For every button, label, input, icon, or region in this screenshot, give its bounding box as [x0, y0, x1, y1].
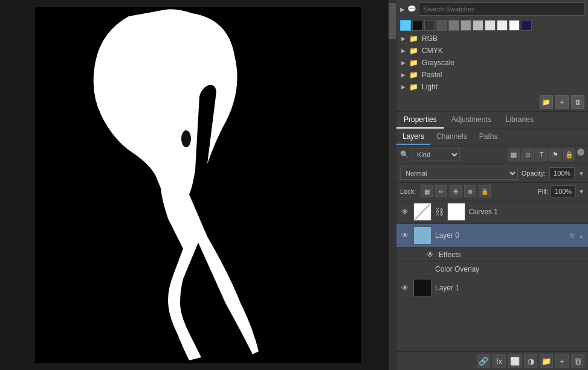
new-layer-btn[interactable]: + [555, 354, 569, 368]
layer-item-layer1[interactable]: 👁 Layer 1 [396, 276, 588, 300]
lock-position-btn[interactable]: ⊕ [464, 185, 476, 197]
layer-thumb-layer1 [413, 279, 431, 297]
folder-grayscale-icon: 📁 [409, 59, 418, 67]
swatches-panel: ▶ 💬 ▶ 📁 RGB ▶ 📁 CMYK [396, 0, 588, 112]
delete-layer-btn[interactable]: 🗑 [571, 354, 584, 368]
swatch-white1[interactable] [497, 20, 508, 31]
tab-libraries[interactable]: Libraries [499, 112, 541, 129]
folder-light-icon: 📁 [409, 83, 418, 91]
tab-channels[interactable]: Channels [430, 129, 473, 145]
add-mask-btn[interactable]: ⬜ [508, 354, 522, 368]
lock-paint-btn[interactable]: ✏ [435, 185, 447, 197]
folder-grayscale-label: Grayscale [422, 59, 454, 67]
comment-icon[interactable]: 💬 [407, 5, 416, 13]
right-panel: ▶ 💬 ▶ 📁 RGB ▶ 📁 CMYK [396, 0, 588, 370]
lock-transparent-btn[interactable]: ▦ [421, 185, 433, 197]
filter-icons: ▦ ⊙ T ⚑ 🔒 [508, 148, 584, 161]
swatch-white2[interactable] [509, 20, 520, 31]
tab-adjustments[interactable]: Adjustments [444, 112, 499, 129]
filter-adjust-icon[interactable]: ⊙ [522, 148, 534, 161]
swatches-toolbar: ▶ 💬 [396, 0, 588, 18]
swatch-dark2[interactable] [436, 20, 447, 31]
blend-opacity-row: Normal Opacity: ▼ [396, 164, 588, 183]
chevron-cmyk-icon: ▶ [401, 48, 405, 54]
filter-type-icon[interactable]: T [535, 148, 548, 161]
folder-group-grayscale[interactable]: ▶ 📁 Grayscale [396, 57, 588, 69]
folder-light-label: Light [422, 83, 438, 91]
filter-kind-select[interactable]: Kind [412, 148, 460, 161]
lock-artboard-btn[interactable]: ✙ [450, 185, 462, 197]
eye-icon-layer0[interactable]: 👁 [400, 231, 410, 240]
fill-label: Fill: [538, 188, 548, 195]
layer-item-layer0[interactable]: 👁 Layer 0 fx ▲ [396, 224, 588, 247]
add-style-btn[interactable]: fx [493, 354, 506, 368]
filter-shape-icon[interactable]: ⚑ [549, 148, 561, 161]
layer-name-layer0: Layer 0 [435, 231, 566, 240]
swatch-light3[interactable] [485, 20, 496, 31]
layer-list: 👁 ⛓ Curves 1 👁 Layer 0 fx ▲ [396, 200, 588, 351]
layer-thumb-curves1 [413, 203, 431, 221]
fill-chevron-icon[interactable]: ▼ [578, 188, 584, 195]
tab-properties[interactable]: Properties [396, 112, 444, 129]
delete-swatch-button[interactable]: 🗑 [571, 95, 584, 109]
canvas-scrollbar[interactable] [389, 0, 396, 370]
folder-pastel-icon: 📁 [409, 71, 418, 79]
properties-tabs: Properties Adjustments Libraries [396, 112, 588, 129]
layers-tabs: Layers Channels Paths [396, 129, 588, 145]
folder-group-cmyk[interactable]: ▶ 📁 CMYK [396, 45, 588, 57]
play-icon[interactable]: ▶ [400, 6, 405, 13]
folder-rgb-label: RGB [422, 34, 438, 43]
chain-icon-curves1: ⛓ [435, 207, 444, 217]
lock-fill-row: Lock: ▦ ✏ ✙ ⊕ 🔒 Fill: ▼ [396, 183, 588, 200]
opacity-label: Opacity: [522, 170, 546, 177]
canvas-scrollbar-thumb[interactable] [389, 3, 396, 39]
eye-icon-layer1[interactable]: 👁 [400, 283, 410, 293]
swatch-light2[interactable] [473, 20, 483, 31]
new-folder-button[interactable]: 📁 [540, 95, 553, 109]
layer-item-curves1[interactable]: 👁 ⛓ Curves 1 [396, 200, 588, 224]
fx-icon-layer0[interactable]: fx [570, 232, 575, 239]
fill-input[interactable] [551, 185, 576, 197]
canvas-artwork [35, 7, 361, 363]
folder-pastel-label: Pastel [422, 71, 442, 79]
swatch-mid[interactable] [448, 20, 459, 31]
tab-layers[interactable]: Layers [396, 129, 430, 145]
new-fill-btn[interactable]: ◑ [524, 354, 537, 368]
folder-cmyk-icon: 📁 [409, 46, 418, 55]
folder-group-pastel[interactable]: ▶ 📁 Pastel [396, 69, 588, 81]
eye-icon-effects[interactable]: 👁 [425, 250, 435, 260]
filter-pixel-icon[interactable]: ▦ [508, 148, 520, 161]
layer-mask-curves1 [447, 203, 465, 221]
color-overlay-label: Color Overlay [435, 265, 584, 273]
svg-point-1 [181, 130, 191, 147]
lock-all-btn[interactable]: 🔒 [479, 185, 491, 197]
folder-rgb-icon: 📁 [409, 34, 418, 43]
layers-section: Layers Channels Paths 🔍 Kind ▦ ⊙ T ⚑ 🔒 N… [396, 129, 588, 370]
add-swatch-button[interactable]: + [555, 95, 569, 109]
chevron-light-icon: ▶ [401, 84, 405, 90]
chevron-rgb-icon: ▶ [401, 36, 405, 42]
layers-filter-row: 🔍 Kind ▦ ⊙ T ⚑ 🔒 [396, 145, 588, 164]
swatch-navy[interactable] [521, 20, 532, 31]
opacity-chevron-icon[interactable]: ▼ [578, 170, 584, 177]
filter-toggle[interactable] [577, 148, 584, 156]
swatch-cyan[interactable] [400, 20, 411, 31]
sub-sub-layer-color-overlay[interactable]: Color Overlay [396, 262, 588, 276]
eye-icon-curves1[interactable]: 👁 [400, 207, 410, 217]
swatch-light1[interactable] [460, 20, 471, 31]
folder-group-rgb[interactable]: ▶ 📁 RGB [396, 33, 588, 45]
blend-mode-select[interactable]: Normal [400, 167, 518, 180]
swatch-black1[interactable] [412, 20, 423, 31]
swatches-actions: 📁 + 🗑 [396, 93, 588, 111]
new-group-btn[interactable]: 📁 [540, 354, 553, 368]
sub-layer-effects[interactable]: 👁 Effects [396, 247, 588, 262]
link-layers-btn[interactable]: 🔗 [477, 354, 490, 368]
tab-paths[interactable]: Paths [473, 129, 504, 145]
folder-group-light[interactable]: ▶ 📁 Light [396, 81, 588, 93]
folder-cmyk-label: CMYK [422, 46, 443, 55]
opacity-input[interactable] [549, 167, 575, 179]
swatch-dark1[interactable] [424, 20, 435, 31]
expand-icon-layer0[interactable]: ▲ [578, 232, 584, 239]
filter-smart-icon[interactable]: 🔒 [563, 148, 575, 161]
search-swatches-input[interactable] [419, 2, 584, 16]
